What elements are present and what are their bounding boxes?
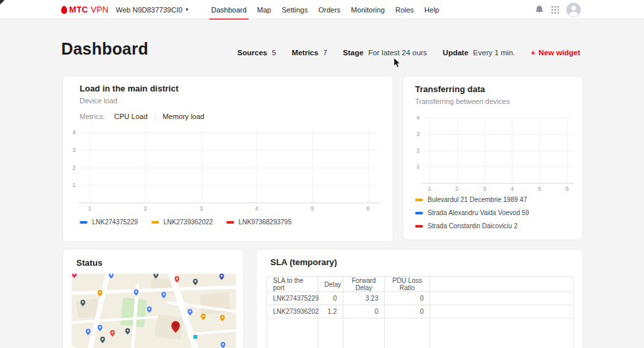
table-cell: 0 [385, 292, 430, 305]
control-update[interactable]: UpdateEvery 1 min. [443, 49, 515, 57]
dashboard-controls: Sources5Metrics7StageFor latest 24 oursU… [237, 49, 580, 57]
legend-label: LNK97368293795 [239, 218, 292, 226]
control-label: Stage [343, 49, 363, 57]
table-header-cell [430, 277, 574, 292]
map-canvas [72, 274, 236, 348]
plus-icon: + [531, 49, 535, 57]
transit-stop-icon [193, 335, 197, 339]
control-value: Every 1 min. [473, 49, 515, 57]
x-axis-line [422, 183, 574, 184]
nav-item-roles[interactable]: Roles [395, 0, 414, 19]
x-tick-label: 6 [363, 205, 374, 212]
control-label: Metrics [292, 49, 318, 57]
y-tick-label: 4 [408, 114, 420, 121]
table-row[interactable]: LNK2739362021.200 [267, 305, 574, 318]
transfer-chart-legend: Bulevardul 21 Decembrie 1989 47Strada Al… [415, 196, 529, 230]
legend-swatch [226, 221, 234, 224]
control-stage[interactable]: StageFor latest 24 ours [343, 49, 427, 57]
table-cell: 0 [385, 305, 430, 318]
workspace-selector[interactable]: Web N9D837739CI0 ▾ [116, 0, 188, 19]
new-widget-label: New widget [539, 49, 580, 57]
bell-icon[interactable] [535, 5, 544, 14]
control-value: For latest 24 ours [368, 49, 427, 57]
table-cell [430, 292, 574, 305]
x-tick-label: 4 [507, 186, 517, 192]
legend-label: Strada Constantin Daicoviciu 2 [428, 222, 518, 230]
y-tick-label: 1 [408, 163, 420, 170]
sla-table: SLA to the portDelayForward DelayPDU Los… [266, 276, 574, 348]
main-nav: DashboardMapSettingsOrdersMonitoringRole… [211, 0, 439, 19]
y-tick-label: 2 [64, 164, 76, 171]
gridline [312, 132, 313, 203]
gridline [485, 118, 485, 183]
widget-title: Status [76, 258, 103, 268]
table-cell [430, 318, 574, 348]
load-chart-legend: LNK274375229LNK2739362022LNK97368293795 [80, 218, 291, 226]
table-cell: 0 [343, 305, 385, 318]
product-text: VPN [91, 5, 109, 14]
gridline [512, 118, 512, 183]
nav-item-help[interactable]: Help [424, 0, 439, 19]
control-value: 7 [323, 49, 327, 57]
gridline [425, 134, 572, 135]
control-metrics[interactable]: Metrics7 [292, 49, 328, 57]
mts-egg-icon [61, 6, 67, 14]
control-sources[interactable]: Sources5 [237, 49, 276, 57]
legend-item[interactable]: LNK274375229 [80, 218, 138, 226]
page-title: Dashboard [61, 39, 148, 59]
new-widget-button[interactable]: +New widget [531, 49, 580, 57]
x-tick-label: 1 [424, 186, 435, 192]
widget-status: Status [62, 249, 244, 348]
legend-item[interactable]: Strada Alexandru Vaida Voevod 59 [415, 209, 529, 216]
table-header-cell: Forward Delay [343, 277, 385, 292]
workspace-name: Web N9D837739CI0 [116, 6, 182, 14]
nav-item-map[interactable]: Map [257, 0, 271, 19]
table-cell [385, 318, 430, 348]
table-cell [430, 305, 574, 318]
dashboard-screen: MTC VPN Web N9D837739CI0 ▾ DashboardMapS… [0, 0, 644, 348]
mouse-cursor [393, 58, 401, 68]
control-value: 5 [272, 49, 276, 57]
mts-vpn-logo[interactable]: MTC VPN [61, 0, 109, 19]
widget-transferring-data: Transferring data Transferring between d… [403, 76, 583, 240]
legend-item[interactable]: Bulevardul 21 Decembrie 1989 47 [415, 196, 529, 203]
table-cell: 3.23 [343, 292, 385, 305]
gridline [430, 118, 430, 183]
legend-label: Bulevardul 21 Decembrie 1989 47 [428, 196, 527, 203]
legend-item[interactable]: LNK97368293795 [226, 218, 292, 226]
nav-item-settings[interactable]: Settings [282, 0, 308, 19]
nav-item-orders[interactable]: Orders [318, 0, 341, 19]
table-header-cell: SLA to the port [267, 277, 318, 292]
nav-item-dashboard[interactable]: Dashboard [211, 0, 247, 19]
table-cell: LNK273936202 [267, 305, 318, 318]
x-tick-label: 5 [307, 205, 318, 212]
y-tick-label: 3 [408, 131, 420, 137]
legend-label: Strada Alexandru Vaida Voevod 59 [428, 209, 529, 216]
legend-item[interactable]: Strada Constantin Daicoviciu 2 [415, 222, 529, 230]
y-tick-label: 3 [64, 147, 76, 153]
gridline [425, 118, 572, 118]
y-tick-label: 4 [64, 129, 76, 136]
gridline [425, 151, 572, 151]
control-label: Update [443, 49, 468, 57]
gridline [81, 185, 377, 186]
apps-grid-icon[interactable] [551, 6, 559, 14]
x-tick-label: 3 [480, 186, 490, 192]
legend-label: LNK2739362022 [164, 218, 213, 226]
table-cell: 0 [318, 292, 343, 305]
table-header-cell: Delay [318, 277, 343, 292]
legend-item[interactable]: LNK2739362022 [151, 218, 213, 226]
x-tick-label: 3 [196, 205, 207, 212]
gridline [257, 132, 257, 203]
load-chart: 4321123456 [63, 76, 393, 241]
gridline [425, 166, 572, 167]
user-avatar[interactable] [566, 3, 581, 17]
gridline [457, 118, 458, 183]
table-row[interactable]: LNK27437522903.230 [267, 292, 574, 305]
widget-load-in-main-district: Load in the main district Device load Me… [62, 76, 393, 242]
chevron-down-icon: ▾ [186, 7, 188, 12]
control-label: Sources [237, 49, 267, 57]
status-map[interactable] [72, 274, 236, 348]
nav-item-monitoring[interactable]: Monitoring [351, 0, 385, 19]
widget-title: SLA (temporary) [270, 257, 337, 267]
